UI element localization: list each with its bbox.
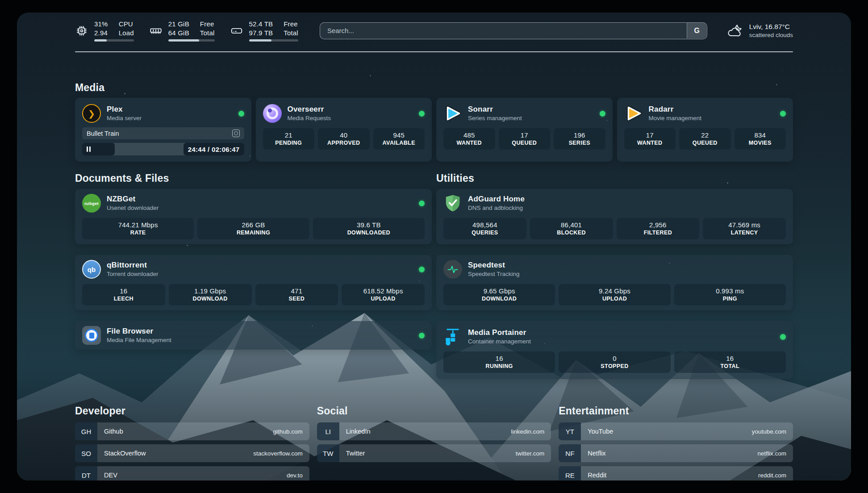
storage-free-label: Free [284,20,298,29]
app-card-radarr[interactable]: Radarr Movie management 17WANTED 22QUEUE… [617,98,793,162]
status-dot [419,111,425,117]
app-card-overseerr[interactable]: Overseerr Media Requests 21PENDING 40APP… [256,98,432,162]
cpu-stat-widget: 31% 2.94 CPU Load [75,20,134,42]
app-description: Container management [468,338,531,346]
app-name: Sonarr [468,104,522,114]
bookmark-url: dev.to [287,466,309,480]
storage-stat-widget: 52.4 TB 97.9 TB Free Total [230,20,298,42]
app-card-plex[interactable]: ❯ Plex Media server Bullet Train 24:44 /… [75,98,251,162]
bookmark-netflix[interactable]: NF Netflix netflix.com [559,444,793,462]
qbittorrent-icon: qb [82,260,101,279]
section-title-developer: Developer [75,405,309,417]
weather-location-temperature: Lviv, 16.87°C [749,22,793,31]
bookmark-url: youtube.com [752,422,793,440]
playback-progress-track[interactable]: 24:44 / 02:06:47 [82,143,244,155]
search-engine-button[interactable]: G [687,23,706,38]
bookmark-youtube[interactable]: YT YouTube youtube.com [559,422,793,440]
weather-condition: scattered clouds [749,31,793,39]
storage-total-value: 97.9 TB [249,29,273,38]
memory-progress-track [168,39,215,42]
header-bar: 31% 2.94 CPU Load [75,13,793,42]
cpu-progress-track [94,39,134,42]
status-dot [780,111,786,117]
search-bar: G [320,22,707,39]
bookmark-stackoverflow[interactable]: SO StackOverflow stackoverflow.com [75,444,309,462]
storage-progress-track [249,39,298,42]
bookmark-reddit[interactable]: RE Reddit reddit.com [559,466,793,480]
ram-icon [149,24,163,38]
bookmark-name: DEV [97,466,117,480]
search-input[interactable] [320,22,707,39]
bookmark-url: netflix.com [757,444,793,462]
bookmark-abbr: DT [75,466,97,480]
stat-box: 16TOTAL [674,351,786,373]
app-card-nzbget[interactable]: nzbget NZBGet Usenet downloader 744.21 M… [75,189,432,244]
stat-box: 744.21 MbpsRATE [82,218,194,239]
memory-free-value: 21 GiB [168,20,189,29]
hard-drive-icon [230,24,243,38]
bookmark-name: StackOverflow [97,444,146,462]
bookmark-abbr: YT [559,422,581,440]
memory-progress-fill [168,39,200,42]
cpu-usage-value: 31% [94,20,108,29]
filebrowser-icon [82,326,101,345]
cpu-progress-fill [94,39,107,42]
section-title-media: Media [75,82,793,94]
bookmark-name: Github [97,422,123,440]
cloud-moon-icon [726,23,744,39]
app-card-filebrowser[interactable]: File Browser Media File Management [75,321,432,350]
app-description: Media File Management [107,337,171,344]
stat-box: 16LEECH [82,284,165,305]
status-dot [780,334,786,340]
bookmark-github[interactable]: GH Github github.com [75,422,309,440]
app-description: Movie management [649,115,702,122]
app-card-speedtest[interactable]: Speedtest Speedtest Tracking 9.65 GbpsDO… [436,255,793,310]
bookmark-name: LinkedIn [339,422,371,440]
stat-box: 16RUNNING [443,351,555,373]
app-name: Plex [107,104,142,114]
header-divider [75,51,793,52]
bookmark-name: Netflix [581,444,605,462]
stat-box: 2,956FILTERED [617,218,700,239]
cpu-label: CPU [119,20,134,29]
bookmark-twitter[interactable]: TW Twitter twitter.com [317,444,551,462]
bookmark-url: stackoverflow.com [253,444,309,462]
bookmark-abbr: RE [559,466,581,480]
media-card-grid: ❯ Plex Media server Bullet Train 24:44 /… [75,98,793,162]
app-card-sonarr[interactable]: Sonarr Series management 485WANTED 17QUE… [436,98,613,162]
snow-speckles [17,13,18,14]
app-name: Radarr [649,104,702,114]
stat-box: 9.24 GbpsUPLOAD [559,284,670,305]
bookmark-url: github.com [273,422,309,440]
stat-box: 21PENDING [263,128,315,150]
cpu-load-label: Load [119,29,134,38]
memory-stat-widget: 21 GiB 64 GiB Free Total [149,20,215,42]
section-title-documents: Documents & Files [75,172,432,184]
status-dot [238,111,244,117]
pause-button[interactable] [87,143,91,155]
app-name: Speedtest [468,260,520,270]
nzbget-icon: nzbget [82,194,101,213]
status-dot [419,201,425,206]
app-name: AdGuard Home [468,194,525,204]
developer-bookmarks: GH Github github.com SO StackOverflow st… [75,422,309,480]
bookmark-linkedin[interactable]: LI LinkedIn linkedin.com [317,422,551,440]
sonarr-icon [443,104,462,123]
app-description: Media server [107,115,142,122]
app-description: DNS and adblocking [468,205,525,212]
app-card-portainer[interactable]: Media Portainer Container management 16R… [436,321,793,379]
dashboard-window: 31% 2.94 CPU Load [17,13,851,480]
stat-box: 0STOPPED [559,351,670,373]
status-dot [419,333,425,338]
bookmark-url: linkedin.com [511,422,551,440]
status-dot [600,111,605,117]
app-description: Usenet downloader [107,205,159,212]
overseerr-icon [263,104,282,123]
bookmark-dev[interactable]: DT DEV dev.to [75,466,309,480]
cpu-load-value: 2.94 [94,29,108,38]
portainer-icon [443,327,462,346]
app-card-qbittorrent[interactable]: qb qBittorrent Torrent downloader 16LEEC… [75,255,432,310]
app-name: Overseerr [288,104,331,114]
radarr-icon [624,104,643,123]
app-card-adguard[interactable]: AdGuard Home DNS and adblocking 498,564Q… [436,189,793,244]
